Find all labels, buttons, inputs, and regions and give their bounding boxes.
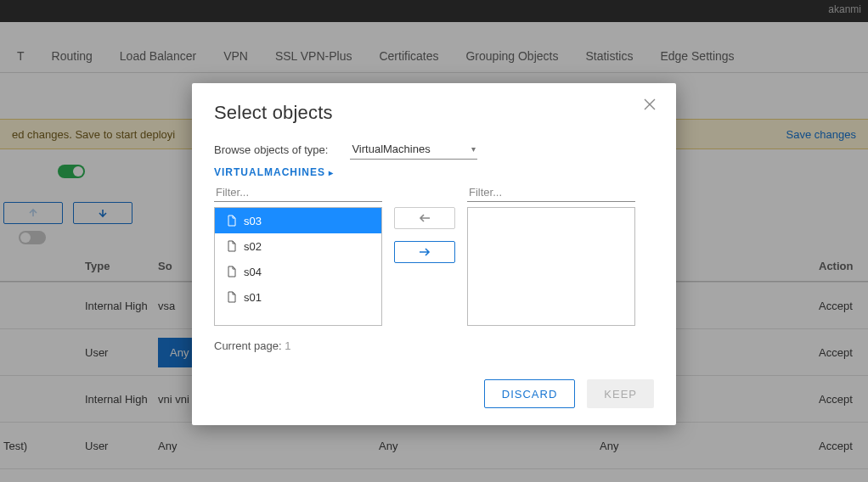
keep-button[interactable]: KEEP [587, 379, 654, 408]
pager-value: 1 [285, 339, 290, 352]
file-icon [227, 291, 237, 303]
add-button[interactable] [394, 241, 455, 263]
browse-label: Browse objects of type: [214, 143, 328, 156]
chevron-down-icon: ▾ [471, 144, 476, 154]
list-item-label: s01 [244, 291, 262, 304]
selected-filter-input[interactable] [467, 183, 635, 202]
object-type-select[interactable]: VirtualMachines ▾ [350, 139, 477, 160]
object-type-value: VirtualMachines [352, 143, 430, 155]
list-item-label: s02 [244, 240, 262, 253]
available-filter-input[interactable] [214, 183, 382, 202]
pager-label: Current page: [214, 339, 282, 352]
close-icon [644, 98, 656, 110]
arrow-right-icon [419, 247, 431, 257]
dialog-title: Select objects [214, 102, 654, 124]
list-item[interactable]: s04 [215, 259, 381, 284]
file-icon [227, 266, 237, 277]
list-item-label: s04 [244, 266, 262, 278]
pager: Current page: 1 [214, 339, 654, 352]
transfer-buttons [394, 207, 455, 263]
select-objects-dialog: Select objects Browse objects of type: V… [192, 83, 676, 425]
list-item[interactable]: s02 [215, 233, 381, 259]
list-item-label: s03 [244, 215, 262, 227]
remove-button[interactable] [394, 207, 455, 229]
modal-backdrop: Select objects Browse objects of type: V… [0, 0, 868, 482]
object-breadcrumb[interactable]: VIRTUALMACHINES ▸ [214, 166, 654, 178]
arrow-left-icon [419, 213, 431, 223]
available-listbox[interactable]: s03 s02 s04 [214, 207, 382, 326]
list-item[interactable]: s03 [215, 208, 381, 233]
file-icon [227, 240, 237, 252]
close-button[interactable] [644, 98, 657, 112]
available-column: s03 s02 s04 [214, 183, 382, 326]
caret-right-icon: ▸ [329, 168, 334, 177]
file-icon [227, 215, 237, 227]
dialog-actions: DISCARD KEEP [214, 379, 654, 408]
selected-column [467, 183, 635, 326]
list-item[interactable]: s01 [215, 284, 381, 310]
selected-listbox[interactable] [467, 207, 635, 326]
discard-button[interactable]: DISCARD [484, 379, 576, 408]
